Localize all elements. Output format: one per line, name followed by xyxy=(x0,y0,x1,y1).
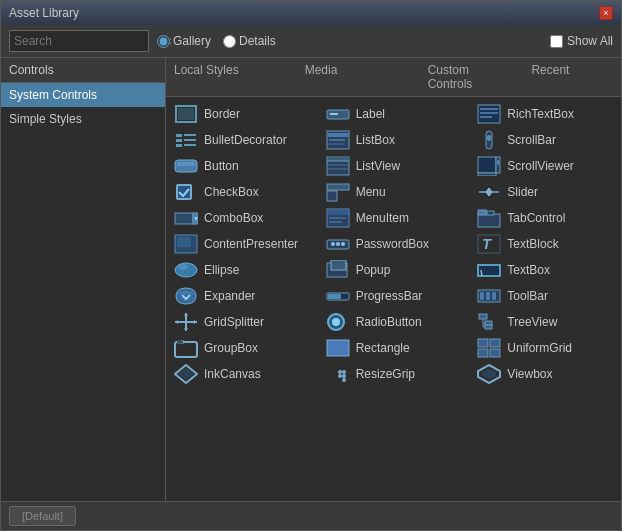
item-bulletdec[interactable]: BulletDecorator xyxy=(166,127,318,153)
svg-rect-86 xyxy=(490,339,500,347)
close-button[interactable]: × xyxy=(599,6,613,20)
viewbox-icon xyxy=(477,364,501,384)
scrollbar-icon xyxy=(477,130,501,150)
item-richtext[interactable]: RichTextBox xyxy=(469,101,621,127)
item-slider[interactable]: Slider xyxy=(469,179,621,205)
show-all-checkbox[interactable] xyxy=(550,35,563,48)
sidebar-item-system-controls[interactable]: System Controls xyxy=(1,83,165,107)
svg-point-94 xyxy=(338,374,342,378)
svg-rect-40 xyxy=(328,210,350,215)
item-label: Label xyxy=(356,107,385,121)
item-popup[interactable]: Popup xyxy=(318,257,470,283)
item-combobox[interactable]: ComboBox xyxy=(166,205,318,231)
textbox-icon xyxy=(477,260,501,280)
item-progressbar[interactable]: ProgressBar xyxy=(318,283,470,309)
details-label: Details xyxy=(239,34,276,48)
item-label: UniformGrid xyxy=(507,341,572,355)
item-gridsplitter[interactable]: GridSplitter xyxy=(166,309,318,335)
item-treeview[interactable]: TreeView xyxy=(469,309,621,335)
item-tabcontrol[interactable]: TabControl xyxy=(469,205,621,231)
item-label: Button xyxy=(204,159,239,173)
details-radio[interactable] xyxy=(223,35,236,48)
svg-marker-35 xyxy=(486,188,492,196)
svg-rect-12 xyxy=(176,144,182,147)
svg-rect-77 xyxy=(485,321,492,325)
item-radiobutton[interactable]: RadioButton xyxy=(318,309,470,335)
item-label: Ellipse xyxy=(204,263,239,277)
item-groupbox[interactable]: GBGroupBox xyxy=(166,335,318,361)
sidebar: Controls System Controls Simple Styles xyxy=(1,58,166,501)
item-uniformgrid[interactable]: UniformGrid xyxy=(469,335,621,361)
item-label: Viewbox xyxy=(507,367,552,381)
sidebar-item-simple-styles[interactable]: Simple Styles xyxy=(1,107,165,131)
gallery-radio[interactable] xyxy=(157,35,170,48)
expander-icon xyxy=(174,286,198,306)
svg-rect-36 xyxy=(175,213,193,224)
item-listview[interactable]: ListView xyxy=(318,153,470,179)
item-border[interactable]: Border xyxy=(166,101,318,127)
item-label: PasswordBox xyxy=(356,237,429,251)
item-content[interactable]: ContentPresenter xyxy=(166,231,318,257)
gallery-radio-label[interactable]: Gallery xyxy=(157,34,211,48)
svg-rect-64 xyxy=(486,292,490,300)
item-label[interactable]: Label xyxy=(318,101,470,127)
item-label: TextBox xyxy=(507,263,550,277)
item-label: Border xyxy=(204,107,240,121)
item-label: ListBox xyxy=(356,133,395,147)
item-label: GridSplitter xyxy=(204,315,264,329)
item-scrollbar[interactable]: ScrollBar xyxy=(469,127,621,153)
svg-rect-16 xyxy=(329,139,345,141)
item-menuitem[interactable]: MenuItem xyxy=(318,205,470,231)
item-label: Slider xyxy=(507,185,538,199)
svg-line-59 xyxy=(481,270,482,276)
item-passwordbox[interactable]: PasswordBox xyxy=(318,231,470,257)
details-radio-label[interactable]: Details xyxy=(223,34,276,48)
item-expander[interactable]: Expander xyxy=(166,283,318,309)
gridsplitter-icon xyxy=(174,312,198,332)
svg-marker-69 xyxy=(184,328,188,331)
item-checkbox[interactable]: CheckBox xyxy=(166,179,318,205)
item-viewbox[interactable]: Viewbox xyxy=(469,361,621,387)
item-label: ScrollViewer xyxy=(507,159,573,173)
item-label: TreeView xyxy=(507,315,557,329)
svg-rect-45 xyxy=(487,211,494,215)
table-row: EllipsePopupTextBox xyxy=(166,257,621,283)
ellipse-icon xyxy=(174,260,198,280)
item-listbox[interactable]: ListBox xyxy=(318,127,470,153)
button-icon xyxy=(174,156,198,176)
table-row: BulletDecoratorListBoxScrollBar xyxy=(166,127,621,153)
item-label: InkCanvas xyxy=(204,367,261,381)
item-ellipse[interactable]: Ellipse xyxy=(166,257,318,283)
item-resizegrip[interactable]: ResizeGrip xyxy=(318,361,470,387)
main-content: Controls System Controls Simple Styles L… xyxy=(1,58,621,501)
table-row: ContentPresenterPasswordBoxTTextBlock xyxy=(166,231,621,257)
svg-rect-19 xyxy=(487,135,491,141)
item-scrollviewer[interactable]: ScrollViewer xyxy=(469,153,621,179)
rectangle-icon xyxy=(326,338,350,358)
svg-rect-65 xyxy=(492,292,496,300)
svg-point-55 xyxy=(178,264,188,270)
search-input[interactable] xyxy=(14,34,164,48)
table-row: ComboBoxMenuItemTabControl xyxy=(166,205,621,231)
col-header-media: Media xyxy=(297,63,420,91)
svg-rect-74 xyxy=(479,314,487,319)
item-label: Rectangle xyxy=(356,341,410,355)
item-inkcanvas[interactable]: InkCanvas xyxy=(166,361,318,387)
item-rectangle[interactable]: Rectangle xyxy=(318,335,470,361)
item-textbox[interactable]: TextBox xyxy=(469,257,621,283)
svg-rect-13 xyxy=(184,144,196,146)
svg-point-91 xyxy=(338,370,342,374)
view-mode-group: Gallery Details xyxy=(157,34,276,48)
show-all-label: Show All xyxy=(567,34,613,48)
default-button[interactable]: [Default] xyxy=(9,506,76,526)
title-bar: Asset Library × xyxy=(1,1,621,25)
item-button[interactable]: Button xyxy=(166,153,318,179)
svg-rect-11 xyxy=(184,139,196,141)
svg-rect-63 xyxy=(480,292,484,300)
toolbar: ✕ Gallery Details Show All xyxy=(1,25,621,58)
item-toolbar[interactable]: ToolBar xyxy=(469,283,621,309)
items-grid: BorderLabelRichTextBoxBulletDecoratorLis… xyxy=(166,97,621,501)
item-textblock[interactable]: TTextBlock xyxy=(469,231,621,257)
item-menu[interactable]: Menu xyxy=(318,179,470,205)
svg-rect-33 xyxy=(327,191,337,201)
